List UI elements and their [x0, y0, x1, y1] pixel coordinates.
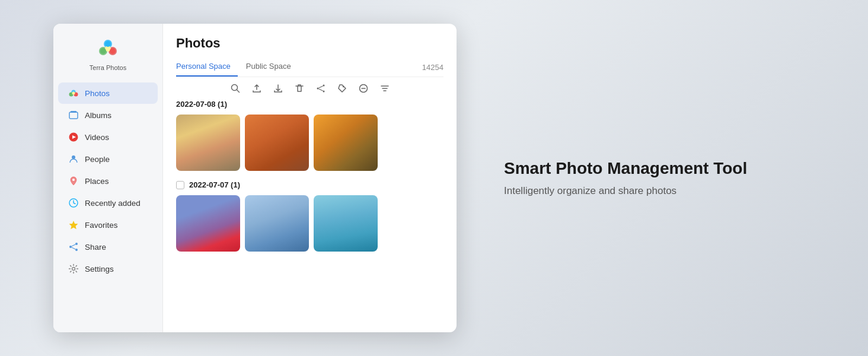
svg-rect-12: [71, 111, 76, 113]
app-window: Terra Photos Photos: [53, 24, 457, 332]
photo-thumb[interactable]: [314, 115, 378, 171]
svg-line-26: [237, 90, 239, 93]
photo-count: 14254: [422, 63, 443, 72]
date-label-row-1: 2022-07-08 (1): [176, 100, 443, 109]
sidebar-item-photos[interactable]: Photos: [58, 82, 158, 104]
sidebar: Terra Photos Photos: [53, 24, 163, 332]
places-icon: [68, 175, 79, 187]
albums-icon: [68, 109, 79, 121]
photo-thumb[interactable]: [176, 195, 240, 252]
svg-line-31: [318, 89, 323, 91]
right-subtitle: Intelligently organize and share photos: [504, 185, 868, 197]
svg-point-16: [72, 179, 75, 181]
people-icon: [68, 153, 79, 165]
page-title: Photos: [176, 36, 443, 51]
svg-point-29: [323, 91, 324, 93]
svg-point-19: [75, 243, 78, 245]
nav-list: Photos Albums Videos: [53, 82, 162, 280]
upload-toolbar-icon[interactable]: [250, 82, 263, 95]
svg-rect-11: [69, 112, 78, 119]
sidebar-item-videos[interactable]: Videos: [58, 126, 158, 148]
sidebar-item-share[interactable]: Share: [58, 236, 158, 258]
svg-point-10: [72, 92, 75, 95]
sidebar-item-albums[interactable]: Albums: [58, 104, 158, 126]
delete-toolbar-icon[interactable]: [293, 82, 306, 95]
svg-point-32: [342, 86, 343, 87]
page-header: Photos Personal Space Public Space 14254: [163, 24, 457, 77]
sidebar-item-settings[interactable]: Settings: [58, 258, 158, 279]
svg-point-27: [323, 85, 324, 87]
places-label: Places: [85, 177, 109, 186]
photos-icon: [68, 87, 79, 99]
date-checkbox-2[interactable]: [176, 181, 184, 189]
share-icon: [68, 241, 79, 253]
svg-point-6: [110, 48, 116, 54]
videos-label: Videos: [85, 133, 109, 142]
photo-thumb[interactable]: [245, 115, 309, 171]
settings-icon: [68, 263, 79, 275]
right-panel: Smart Photo Management Tool Intelligentl…: [457, 159, 868, 197]
settings-label: Settings: [85, 265, 114, 274]
svg-point-21: [75, 249, 78, 251]
sidebar-item-places[interactable]: Places: [58, 170, 158, 192]
svg-point-28: [317, 88, 318, 90]
logo-text: Terra Photos: [90, 64, 126, 71]
svg-line-23: [72, 247, 75, 249]
date-group-2: 2022-07-07 (1): [176, 180, 443, 252]
toolbar: [163, 77, 457, 100]
tag-toolbar-icon[interactable]: [336, 82, 349, 95]
svg-line-30: [318, 86, 323, 88]
date-label-1: 2022-07-08 (1): [176, 100, 227, 109]
svg-point-20: [69, 246, 72, 248]
photos-area: 2022-07-08 (1) 2022-07-07 (1): [163, 100, 457, 332]
videos-icon: [68, 131, 79, 143]
app-logo-icon: [95, 36, 121, 62]
svg-point-24: [72, 268, 75, 271]
sidebar-item-recently-added[interactable]: Recently added: [58, 192, 158, 214]
minus-circle-toolbar-icon[interactable]: [357, 82, 370, 95]
svg-point-4: [105, 41, 111, 47]
date-label-2: 2022-07-07 (1): [189, 180, 240, 189]
tab-personal-space[interactable]: Personal Space: [176, 58, 238, 77]
recently-added-icon: [68, 197, 79, 209]
svg-line-22: [72, 244, 75, 246]
date-label-row-2: 2022-07-07 (1): [176, 180, 443, 189]
share-label: Share: [85, 243, 106, 252]
tabs: Personal Space Public Space: [176, 58, 307, 77]
sidebar-item-favorites[interactable]: Favorites: [58, 214, 158, 236]
sidebar-item-people[interactable]: People: [58, 148, 158, 170]
photo-thumb[interactable]: [245, 195, 309, 252]
svg-point-5: [100, 48, 106, 54]
main-content: Photos Personal Space Public Space 14254: [163, 24, 457, 332]
recently-added-label: Recently added: [85, 199, 141, 208]
photos-grid-2: [176, 195, 443, 252]
right-title: Smart Photo Management Tool: [504, 159, 868, 178]
svg-marker-18: [69, 221, 78, 229]
tab-public-space[interactable]: Public Space: [246, 58, 298, 77]
albums-label: Albums: [85, 111, 111, 120]
filter-toolbar-icon[interactable]: [378, 82, 391, 95]
date-group-1: 2022-07-08 (1): [176, 100, 443, 171]
favorites-label: Favorites: [85, 221, 118, 230]
download-toolbar-icon[interactable]: [272, 82, 285, 95]
tabs-row: Personal Space Public Space 14254: [176, 58, 443, 77]
search-toolbar-icon[interactable]: [229, 82, 242, 95]
photos-label: Photos: [85, 89, 110, 98]
people-label: People: [85, 155, 110, 164]
share-toolbar-icon[interactable]: [314, 82, 327, 95]
photo-thumb[interactable]: [314, 195, 378, 252]
photos-grid-1: [176, 115, 443, 171]
photo-thumb[interactable]: [176, 115, 240, 171]
svg-point-15: [72, 155, 75, 159]
logo-area: Terra Photos: [90, 36, 126, 71]
favorites-icon: [68, 219, 79, 231]
